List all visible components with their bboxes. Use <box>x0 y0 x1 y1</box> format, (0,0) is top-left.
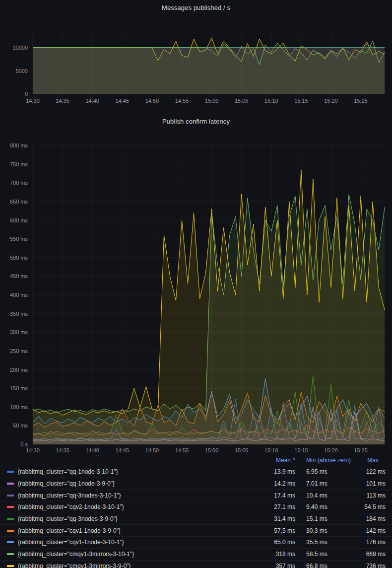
series-name[interactable]: {rabbitmq_cluster="cqv1-1node-3-10-1"} <box>18 539 265 546</box>
legend-rows: {rabbitmq_cluster="qq-1node-3-10-1"}13.9… <box>0 466 392 568</box>
mean-value: 357 ms <box>265 563 295 568</box>
y-tick-label: 50 ms <box>13 423 28 428</box>
series-color-swatch[interactable] <box>7 565 14 567</box>
series-color-swatch[interactable] <box>7 471 14 473</box>
messages-published-chart: 050001000014:3014:3514:4014:4514:5014:55… <box>0 0 392 112</box>
mean-value: 17.4 ms <box>265 492 295 499</box>
series-color-swatch[interactable] <box>7 541 14 543</box>
series-name[interactable]: {rabbitmq_cluster="cqv1-1node-3-9-0"} <box>18 527 265 534</box>
legend-table: Mean ^ Min (above zero) Max {rabbitmq_cl… <box>0 455 392 568</box>
x-tick-label: 14:40 <box>85 447 99 453</box>
series-name[interactable]: {rabbitmq_cluster="qq-3nodes-3-10-1"} <box>18 492 265 499</box>
max-value: 122 ms <box>355 468 386 475</box>
min-value: 10.4 ms <box>295 492 355 499</box>
x-tick-label: 15:20 <box>324 447 338 453</box>
x-tick-label: 15:15 <box>294 447 308 453</box>
min-value: 35.5 ms <box>295 539 355 546</box>
y-tick-label: 650 ms <box>10 199 28 205</box>
y-tick-label: 450 ms <box>10 273 28 279</box>
max-value: 736 ms <box>355 563 386 568</box>
x-tick-label: 14:55 <box>175 98 189 104</box>
y-tick-label: 200 ms <box>10 367 28 373</box>
max-value: 184 ms <box>355 515 386 522</box>
series-color-swatch[interactable] <box>7 518 14 520</box>
series-name[interactable]: {rabbitmq_cluster="qq-3nodes-3-9-0"} <box>18 515 265 522</box>
series-name[interactable]: {rabbitmq_cluster="cqv2-1node-3-10-1"} <box>18 503 265 510</box>
x-tick-label: 14:45 <box>116 447 130 453</box>
x-tick-label: 14:45 <box>116 98 130 104</box>
series-name[interactable]: {rabbitmq_cluster="cmqv1-3mirrors-3-9-0"… <box>18 563 265 568</box>
publish-confirm-latency-chart: 0 s50 ms100 ms150 ms200 ms250 ms300 ms35… <box>0 112 392 455</box>
y-tick-label: 700 ms <box>10 180 28 186</box>
x-tick-label: 15:00 <box>205 98 219 104</box>
y-tick-label: 300 ms <box>10 329 28 335</box>
y-tick-label: 250 ms <box>10 348 28 354</box>
mean-value: 31.4 ms <box>265 515 295 522</box>
x-tick-label: 15:25 <box>354 98 368 104</box>
y-tick-label: 800 ms <box>10 142 28 148</box>
max-value: 113 ms <box>355 492 386 499</box>
min-value: 30.3 ms <box>295 527 355 534</box>
series-color-swatch[interactable] <box>7 495 14 497</box>
x-tick-label: 14:55 <box>175 447 189 453</box>
mean-value: 13.9 ms <box>265 468 295 475</box>
y-tick-label: 350 ms <box>10 311 28 317</box>
legend-row[interactable]: {rabbitmq_cluster="qq-3nodes-3-10-1"}17.… <box>0 489 392 501</box>
y-tick-label: 150 ms <box>10 385 28 391</box>
max-value: 142 ms <box>355 527 386 534</box>
x-tick-label: 14:30 <box>26 447 40 453</box>
x-tick-label: 14:50 <box>145 98 159 104</box>
series-name[interactable]: {rabbitmq_cluster="qq-1node-3-10-1"} <box>18 468 265 475</box>
x-tick-label: 14:35 <box>56 447 69 453</box>
legend-row[interactable]: {rabbitmq_cluster="cqv1-1node-3-10-1"}65… <box>0 536 392 548</box>
y-tick-label: 0 <box>25 91 28 97</box>
x-tick-label: 15:00 <box>205 447 219 453</box>
y-tick-label: 550 ms <box>10 236 28 242</box>
mean-value: 27.1 ms <box>265 503 295 510</box>
min-value: 7.01 ms <box>295 480 355 487</box>
dashboard: Messages published / s 050001000014:3014… <box>0 0 392 568</box>
max-value: 54.5 ms <box>355 503 386 510</box>
x-tick-label: 15:25 <box>354 447 368 453</box>
mean-value: 318 ms <box>265 551 295 558</box>
min-value: 58.5 ms <box>295 551 355 558</box>
series-color-swatch[interactable] <box>7 530 14 532</box>
x-tick-label: 15:05 <box>235 447 249 453</box>
series-name[interactable]: {rabbitmq_cluster="qq-1node-3-9-0"} <box>18 480 265 487</box>
legend-row[interactable]: {rabbitmq_cluster="cmqv1-3mirrors-3-9-0"… <box>0 560 392 568</box>
x-tick-label: 14:40 <box>85 98 99 104</box>
mean-value: 14.2 ms <box>265 480 295 487</box>
legend-row[interactable]: {rabbitmq_cluster="cqv2-1node-3-10-1"}27… <box>0 501 392 513</box>
x-tick-label: 14:30 <box>26 98 40 104</box>
y-tick-label: 400 ms <box>10 292 28 298</box>
min-value: 9.40 ms <box>295 503 355 510</box>
legend-header-max[interactable]: Max <box>355 457 386 464</box>
legend-header-min[interactable]: Min (above zero) <box>295 457 355 464</box>
series-color-swatch[interactable] <box>7 553 14 555</box>
legend-header-mean[interactable]: Mean ^ <box>265 457 295 464</box>
min-value: 66.8 ms <box>295 563 355 568</box>
x-tick-label: 14:50 <box>145 447 159 453</box>
legend-row[interactable]: {rabbitmq_cluster="qq-3nodes-3-9-0"}31.4… <box>0 513 392 525</box>
legend-header-row: Mean ^ Min (above zero) Max <box>0 455 392 466</box>
y-tick-label: 100 ms <box>10 404 28 410</box>
x-tick-label: 15:15 <box>294 98 308 104</box>
legend-row[interactable]: {rabbitmq_cluster="qq-1node-3-9-0"}14.2 … <box>0 478 392 490</box>
y-tick-label: 750 ms <box>10 161 28 167</box>
series-fill <box>33 170 385 444</box>
mean-value: 57.5 ms <box>265 527 295 534</box>
legend-row[interactable]: {rabbitmq_cluster="qq-1node-3-10-1"}13.9… <box>0 466 392 478</box>
max-value: 669 ms <box>355 551 386 558</box>
series-color-swatch[interactable] <box>7 506 14 508</box>
max-value: 176 ms <box>355 539 386 546</box>
y-tick-label: 500 ms <box>10 255 28 261</box>
series-name[interactable]: {rabbitmq_cluster="cmqv1-3mirrors-3-10-1… <box>18 551 265 558</box>
legend-row[interactable]: {rabbitmq_cluster="cmqv1-3mirrors-3-10-1… <box>0 548 392 560</box>
x-tick-label: 15:05 <box>235 98 249 104</box>
series-color-swatch[interactable] <box>7 483 14 485</box>
x-tick-label: 15:10 <box>264 447 278 453</box>
min-value: 6.95 ms <box>295 468 355 475</box>
mean-value: 65.0 ms <box>265 539 295 546</box>
y-tick-label: 5000 <box>16 68 28 74</box>
legend-row[interactable]: {rabbitmq_cluster="cqv1-1node-3-9-0"}57.… <box>0 524 392 536</box>
